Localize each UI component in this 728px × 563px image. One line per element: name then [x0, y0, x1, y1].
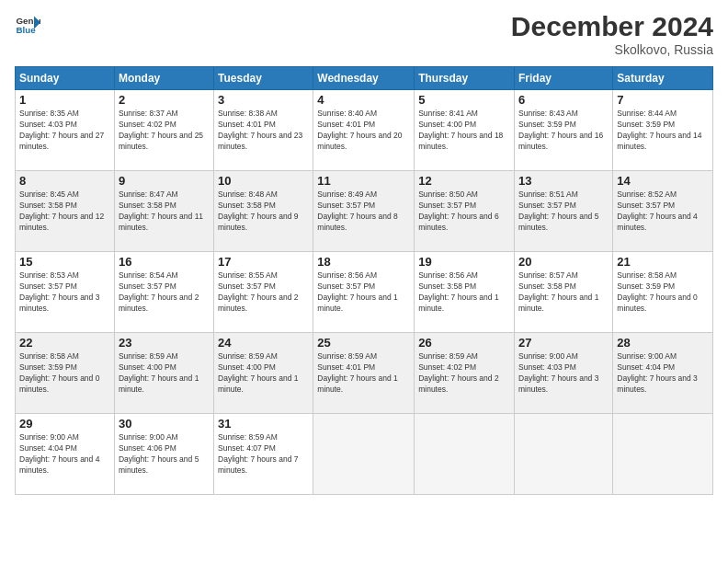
day-number: 25 — [317, 336, 410, 350]
calendar-cell: 18Sunrise: 8:56 AMSunset: 3:57 PMDayligh… — [313, 252, 415, 333]
day-info: Sunrise: 8:45 AMSunset: 3:58 PMDaylight:… — [19, 190, 110, 234]
col-friday: Friday — [515, 67, 613, 90]
calendar-cell: 31Sunrise: 8:59 AMSunset: 4:07 PMDayligh… — [214, 414, 313, 495]
day-number: 17 — [218, 255, 309, 269]
col-sunday: Sunday — [16, 67, 115, 90]
day-number: 1 — [19, 93, 110, 107]
day-info: Sunrise: 8:51 AMSunset: 3:57 PMDaylight:… — [518, 190, 609, 234]
calendar-row: 15Sunrise: 8:53 AMSunset: 3:57 PMDayligh… — [16, 252, 713, 333]
calendar-row: 8Sunrise: 8:45 AMSunset: 3:58 PMDaylight… — [16, 171, 713, 252]
calendar-cell: 30Sunrise: 9:00 AMSunset: 4:06 PMDayligh… — [114, 414, 213, 495]
day-info: Sunrise: 9:00 AMSunset: 4:04 PMDaylight:… — [19, 432, 110, 477]
calendar-cell: 1Sunrise: 8:35 AMSunset: 4:03 PMDaylight… — [16, 90, 115, 171]
calendar-cell: 23Sunrise: 8:59 AMSunset: 4:00 PMDayligh… — [114, 333, 213, 414]
calendar-cell: 20Sunrise: 8:57 AMSunset: 3:58 PMDayligh… — [515, 252, 613, 333]
calendar-cell: 4Sunrise: 8:40 AMSunset: 4:01 PMDaylight… — [313, 90, 415, 171]
calendar-cell: 19Sunrise: 8:56 AMSunset: 3:58 PMDayligh… — [415, 252, 515, 333]
day-info: Sunrise: 8:56 AMSunset: 3:58 PMDaylight:… — [418, 270, 510, 315]
logo-icon: General Blue — [15, 11, 40, 37]
calendar-cell: 12Sunrise: 8:50 AMSunset: 3:57 PMDayligh… — [415, 171, 515, 252]
day-info: Sunrise: 8:48 AMSunset: 3:58 PMDaylight:… — [218, 190, 309, 234]
calendar-cell: 21Sunrise: 8:58 AMSunset: 3:59 PMDayligh… — [613, 252, 713, 333]
day-info: Sunrise: 8:41 AMSunset: 4:00 PMDaylight:… — [418, 109, 510, 153]
day-info: Sunrise: 8:52 AMSunset: 3:57 PMDaylight:… — [617, 190, 709, 234]
month-title: December 2024 — [511, 11, 713, 42]
calendar-cell: 25Sunrise: 8:59 AMSunset: 4:01 PMDayligh… — [313, 333, 415, 414]
day-info: Sunrise: 8:44 AMSunset: 3:59 PMDaylight:… — [617, 109, 709, 153]
day-info: Sunrise: 8:54 AMSunset: 3:57 PMDaylight:… — [119, 270, 210, 315]
day-info: Sunrise: 8:59 AMSunset: 4:00 PMDaylight:… — [218, 351, 309, 396]
day-info: Sunrise: 8:43 AMSunset: 3:59 PMDaylight:… — [518, 109, 609, 153]
day-info: Sunrise: 8:59 AMSunset: 4:01 PMDaylight:… — [317, 351, 410, 396]
day-number: 10 — [218, 174, 309, 188]
calendar-row: 29Sunrise: 9:00 AMSunset: 4:04 PMDayligh… — [16, 414, 713, 495]
svg-text:Blue: Blue — [16, 25, 36, 35]
day-info: Sunrise: 8:49 AMSunset: 3:57 PMDaylight:… — [317, 190, 410, 234]
calendar-row: 1Sunrise: 8:35 AMSunset: 4:03 PMDaylight… — [16, 90, 713, 171]
day-info: Sunrise: 9:00 AMSunset: 4:03 PMDaylight:… — [518, 351, 609, 396]
calendar-cell: 6Sunrise: 8:43 AMSunset: 3:59 PMDaylight… — [515, 90, 613, 171]
logo: General Blue — [15, 11, 40, 37]
day-number: 26 — [418, 336, 510, 350]
day-info: Sunrise: 8:55 AMSunset: 3:57 PMDaylight:… — [218, 270, 309, 315]
day-number: 14 — [617, 174, 709, 188]
day-info: Sunrise: 9:00 AMSunset: 4:04 PMDaylight:… — [617, 351, 709, 396]
day-number: 29 — [19, 417, 110, 431]
calendar-cell — [313, 414, 415, 495]
calendar-row: 22Sunrise: 8:58 AMSunset: 3:59 PMDayligh… — [16, 333, 713, 414]
calendar-cell — [613, 414, 713, 495]
day-number: 28 — [617, 336, 709, 350]
day-number: 27 — [518, 336, 609, 350]
day-info: Sunrise: 8:53 AMSunset: 3:57 PMDaylight:… — [19, 270, 110, 315]
calendar-cell — [515, 414, 613, 495]
day-number: 21 — [617, 255, 709, 269]
day-info: Sunrise: 9:00 AMSunset: 4:06 PMDaylight:… — [119, 432, 210, 477]
calendar-cell: 27Sunrise: 9:00 AMSunset: 4:03 PMDayligh… — [515, 333, 613, 414]
calendar-cell: 26Sunrise: 8:59 AMSunset: 4:02 PMDayligh… — [415, 333, 515, 414]
day-info: Sunrise: 8:58 AMSunset: 3:59 PMDaylight:… — [19, 351, 110, 396]
day-number: 9 — [119, 174, 210, 188]
day-number: 19 — [418, 255, 510, 269]
day-number: 15 — [19, 255, 110, 269]
calendar-cell: 5Sunrise: 8:41 AMSunset: 4:00 PMDaylight… — [415, 90, 515, 171]
calendar-cell: 3Sunrise: 8:38 AMSunset: 4:01 PMDaylight… — [214, 90, 313, 171]
day-info: Sunrise: 8:59 AMSunset: 4:00 PMDaylight:… — [119, 351, 210, 396]
day-info: Sunrise: 8:58 AMSunset: 3:59 PMDaylight:… — [617, 270, 709, 315]
col-tuesday: Tuesday — [214, 67, 313, 90]
title-block: December 2024 Skolkovo, Russia — [511, 11, 713, 57]
calendar-cell: 11Sunrise: 8:49 AMSunset: 3:57 PMDayligh… — [313, 171, 415, 252]
calendar-cell — [415, 414, 515, 495]
col-monday: Monday — [114, 67, 213, 90]
day-number: 3 — [218, 93, 309, 107]
day-info: Sunrise: 8:50 AMSunset: 3:57 PMDaylight:… — [418, 190, 510, 234]
col-saturday: Saturday — [613, 67, 713, 90]
day-number: 12 — [418, 174, 510, 188]
page-header: General Blue December 2024 Skolkovo, Rus… — [15, 11, 713, 57]
day-number: 18 — [317, 255, 410, 269]
calendar-cell: 15Sunrise: 8:53 AMSunset: 3:57 PMDayligh… — [16, 252, 115, 333]
day-info: Sunrise: 8:35 AMSunset: 4:03 PMDaylight:… — [19, 109, 110, 153]
calendar-cell: 16Sunrise: 8:54 AMSunset: 3:57 PMDayligh… — [114, 252, 213, 333]
calendar-cell: 24Sunrise: 8:59 AMSunset: 4:00 PMDayligh… — [214, 333, 313, 414]
calendar-cell: 29Sunrise: 9:00 AMSunset: 4:04 PMDayligh… — [16, 414, 115, 495]
calendar-cell: 7Sunrise: 8:44 AMSunset: 3:59 PMDaylight… — [613, 90, 713, 171]
day-info: Sunrise: 8:40 AMSunset: 4:01 PMDaylight:… — [317, 109, 410, 153]
day-info: Sunrise: 8:38 AMSunset: 4:01 PMDaylight:… — [218, 109, 309, 153]
day-number: 20 — [518, 255, 609, 269]
location: Skolkovo, Russia — [511, 42, 713, 57]
calendar-cell: 14Sunrise: 8:52 AMSunset: 3:57 PMDayligh… — [613, 171, 713, 252]
day-number: 13 — [518, 174, 609, 188]
calendar-cell: 28Sunrise: 9:00 AMSunset: 4:04 PMDayligh… — [613, 333, 713, 414]
calendar-cell: 13Sunrise: 8:51 AMSunset: 3:57 PMDayligh… — [515, 171, 613, 252]
day-number: 7 — [617, 93, 709, 107]
day-info: Sunrise: 8:56 AMSunset: 3:57 PMDaylight:… — [317, 270, 410, 315]
day-info: Sunrise: 8:47 AMSunset: 3:58 PMDaylight:… — [119, 190, 210, 234]
day-info: Sunrise: 8:37 AMSunset: 4:02 PMDaylight:… — [119, 109, 210, 153]
calendar-cell: 2Sunrise: 8:37 AMSunset: 4:02 PMDaylight… — [114, 90, 213, 171]
calendar-cell: 8Sunrise: 8:45 AMSunset: 3:58 PMDaylight… — [16, 171, 115, 252]
calendar: Sunday Monday Tuesday Wednesday Thursday… — [15, 66, 713, 495]
day-number: 16 — [119, 255, 210, 269]
day-number: 2 — [119, 93, 210, 107]
col-thursday: Thursday — [415, 67, 515, 90]
day-number: 22 — [19, 336, 110, 350]
